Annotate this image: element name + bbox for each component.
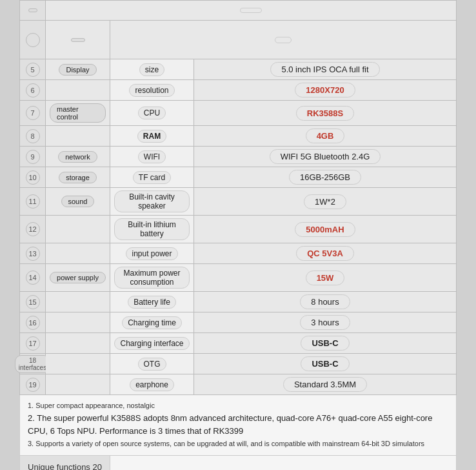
col-num: 15 [20,292,46,312]
note-line: 3. Supports a variety of open source sys… [28,438,448,450]
col-value: WIFI 5G Bluetooth 2.4G [194,147,456,167]
notes-section: 1. Super compact appearance, nostalgic2.… [19,395,457,456]
value-badge: 4GB [306,128,345,143]
col-num: 13 [20,243,46,263]
value-badge: QC 5V3A [296,246,354,261]
col-label [46,374,110,394]
num-badge: 12 [26,222,40,236]
col-num-systems [20,1,46,20]
value-badge: USB-C [301,356,349,371]
note-line: 2. The super powerful K3588S adopts 8nm … [28,412,448,439]
col-label [46,243,110,263]
num-badge: 7 [26,106,40,120]
table-row: 16Charging time3 hours [20,312,456,333]
value-badge: 1280X720 [295,83,355,97]
col-num: 18 interfaces [20,354,46,374]
col-label: power supply [46,264,110,291]
col-num: 8 [20,126,46,146]
game-value-badge [275,37,292,43]
col-value: 1W*2 [194,188,456,215]
col-label [46,80,110,100]
table-row: 18 interfacesOTGUSB-C [20,354,456,374]
col-sub: Maximum power consumption [110,264,194,291]
value-badge: 8 hours [300,294,350,309]
sub-label: Charging time [122,316,182,329]
col-value: 5000mAH [194,216,456,243]
col-num: 12 [20,216,46,243]
unique-section: Unique functions 20 [19,456,457,470]
note-line: 1. Super compact appearance, nostalgic [28,400,448,412]
table-row: 7master controlCPURK3588S [20,101,456,126]
table-row: 13input powerQC 5V3A [20,243,456,264]
num-badge: 15 [26,295,40,309]
sub-label: Charging interface [114,337,189,350]
col-sub: CPU [110,101,194,125]
col-num: 9 [20,147,46,167]
value-badge: 5.0 inch IPS OCA full fit [270,62,379,77]
col-value: 8 hours [194,292,456,312]
col-label [46,216,110,243]
num-badge: 9 [26,150,40,164]
col-num: 17 [20,333,46,353]
col-num: 6 [20,80,46,100]
col-value: Standard 3.5MM [194,374,456,394]
row-game [19,21,457,59]
col-num: 10 [20,167,46,187]
value-badge: 1W*2 [304,194,346,209]
sub-label: RAM [137,130,166,143]
table-row: 19earphoneStandard 3.5MM [20,374,456,395]
unique-functions-label: Unique functions 20 [28,462,102,470]
col-value: 5.0 inch IPS OCA full fit [194,59,456,79]
col-label [46,333,110,353]
value-badge: 15W [306,271,345,285]
sub-label: earphone [130,378,174,391]
sub-label: Battery life [128,296,176,309]
num-badge: 17 [26,336,40,351]
num-badge: 11 [26,194,40,209]
row-systems [19,0,457,21]
col-num: 11 [20,188,46,215]
col-value: 3 hours [194,312,456,332]
col-sub: input power [110,243,194,263]
col-sub: Charging interface [110,333,194,353]
num-badge: 6 [26,83,40,97]
col-sub: Built-in cavity speaker [110,188,194,215]
col-num: 19 [20,374,46,394]
col-value: 1280X720 [194,80,456,100]
table-row: 8RAM4GB [20,126,456,147]
sub-label: Built-in cavity speaker [114,190,190,212]
num-badge: 13 [26,247,40,261]
col-value: USB-C [194,354,456,374]
value-badge: RK3588S [296,106,354,121]
num-badge: 14 [26,271,40,285]
num-badge: 19 [26,378,40,392]
table-row: 5Displaysize5.0 inch IPS OCA full fit [20,59,456,80]
table-row: 6resolution1280X720 [20,80,456,101]
col-value: 16GB-256GB [194,167,456,187]
table-row: 15Battery life8 hours [20,292,456,312]
col-label: storage [46,167,110,187]
col-label [46,312,110,332]
game-label-badge [71,38,85,42]
label-badge: power supply [50,272,106,283]
col-sub: earphone [110,374,194,394]
col-label [46,354,110,374]
col-label [46,292,110,312]
sub-label: size [139,63,164,76]
systems-value [240,8,262,13]
systems-num-badge [28,8,37,12]
value-badge: WIFI 5G Bluetooth 2.4G [270,149,381,164]
col-value: USB-C [194,333,456,353]
value-badge: Standard 3.5MM [283,377,367,392]
sub-label: resolution [129,84,174,97]
col-sub: Built-in lithium battery [110,216,194,243]
col-sub: Battery life [110,292,194,312]
num-badge: 8 [26,129,40,143]
col-num: 5 [20,59,46,79]
col-label: sound [46,188,110,215]
table-row: 11soundBuilt-in cavity speaker1W*2 [20,188,456,216]
game-value [110,21,456,59]
page-container: 5Displaysize5.0 inch IPS OCA full fit6re… [0,0,476,470]
col-value: 15W [194,264,456,291]
game-label [46,21,110,59]
